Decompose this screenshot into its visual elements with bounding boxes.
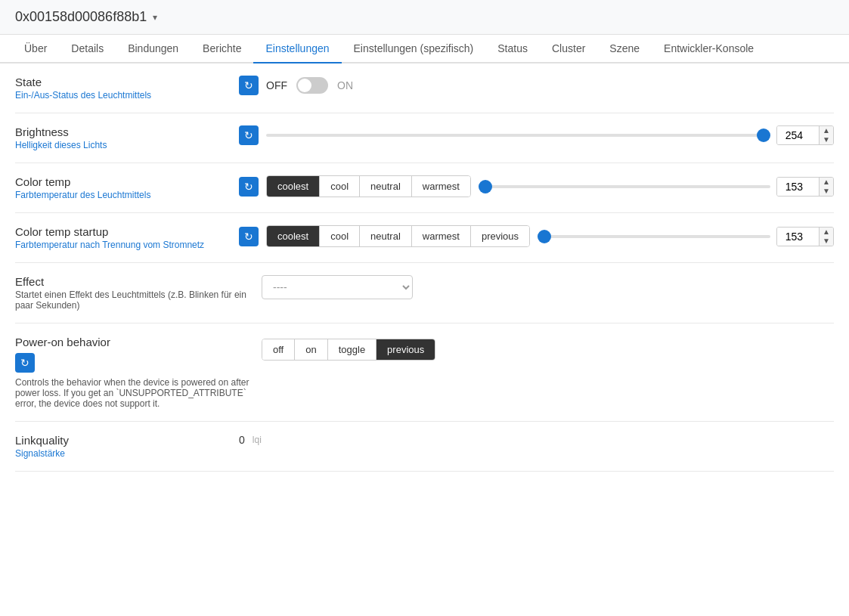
tab-bar: ÜberDetailsBindungenBerichteEinstellunge… bbox=[0, 35, 849, 63]
state-toggle[interactable] bbox=[296, 77, 328, 94]
power-on-behavior-label: Power-on behavior bbox=[15, 336, 249, 348]
linkquality-setting: Linkquality Signalstärke 0 lqi bbox=[15, 422, 834, 472]
power-on-refresh-button[interactable]: ↻ bbox=[15, 353, 35, 373]
color-temp-coolest-btn[interactable]: coolest bbox=[267, 176, 320, 197]
brightness-desc: Helligkeit dieses Lichts bbox=[15, 140, 227, 150]
power-on-on-btn[interactable]: on bbox=[295, 339, 327, 360]
state-refresh-button[interactable]: ↻ bbox=[239, 76, 259, 95]
state-setting: State Ein-/Aus-Status des Leuchtmittels … bbox=[15, 63, 834, 113]
color-temp-startup-previous-btn[interactable]: previous bbox=[471, 226, 529, 246]
tab--ber[interactable]: Über bbox=[12, 35, 59, 63]
linkquality-label: Linkquality bbox=[15, 434, 227, 447]
effect-setting: Effect Startet einen Effekt des Leuchtmi… bbox=[15, 263, 834, 323]
color-temp-startup-down-button[interactable]: ▼ bbox=[820, 237, 833, 246]
color-temp-setting: Color temp Farbtemperatur des Leuchtmitt… bbox=[15, 163, 834, 213]
color-temp-startup-coolest-btn[interactable]: coolest bbox=[267, 226, 320, 246]
color-temp-startup-label: Color temp startup bbox=[15, 225, 227, 238]
power-on-off-btn[interactable]: off bbox=[262, 339, 295, 360]
brightness-setting: Brightness Helligkeit dieses Lichts ↻ ▲ … bbox=[15, 113, 834, 163]
color-temp-startup-neutral-btn[interactable]: neutral bbox=[360, 226, 412, 246]
tab-einstellungen--spezifisch-[interactable]: Einstellungen (spezifisch) bbox=[342, 35, 486, 63]
power-on-behavior-desc: Controls the behavior when the device is… bbox=[15, 377, 249, 409]
color-temp-value-input[interactable] bbox=[777, 178, 819, 196]
linkquality-unit: lqi bbox=[253, 435, 262, 445]
color-temp-cool-btn[interactable]: cool bbox=[320, 176, 360, 197]
on-label: ON bbox=[337, 79, 353, 91]
color-temp-startup-desc: Farbtemperatur nach Trennung vom Stromne… bbox=[15, 240, 227, 250]
color-temp-refresh-button[interactable]: ↻ bbox=[239, 177, 259, 197]
effect-desc: Startet einen Effekt des Leuchtmittels (… bbox=[15, 289, 249, 311]
refresh-icon: ↻ bbox=[20, 357, 29, 369]
refresh-icon: ↻ bbox=[244, 231, 253, 243]
color-temp-up-button[interactable]: ▲ bbox=[820, 178, 833, 187]
power-on-toggle-btn[interactable]: toggle bbox=[328, 339, 376, 360]
tab-details[interactable]: Details bbox=[59, 35, 116, 63]
tab-bindungen[interactable]: Bindungen bbox=[116, 35, 191, 63]
tab-cluster[interactable]: Cluster bbox=[540, 35, 597, 63]
power-on-behavior-setting: Power-on behavior ↻ Controls the behavio… bbox=[15, 323, 834, 422]
color-temp-startup-btn-group: coolest cool neutral warmest previous bbox=[266, 225, 530, 247]
device-id: 0x00158d00086f88b1 bbox=[15, 9, 147, 25]
color-temp-startup-slider[interactable] bbox=[538, 235, 770, 238]
tab-berichte[interactable]: Berichte bbox=[191, 35, 253, 63]
chevron-down-icon[interactable]: ▾ bbox=[153, 12, 157, 23]
brightness-up-button[interactable]: ▲ bbox=[820, 126, 833, 135]
color-temp-label: Color temp bbox=[15, 175, 227, 188]
brightness-label: Brightness bbox=[15, 125, 227, 138]
color-temp-startup-warmest-btn[interactable]: warmest bbox=[412, 226, 471, 246]
settings-content: State Ein-/Aus-Status des Leuchtmittels … bbox=[0, 63, 849, 472]
color-temp-btn-group: coolest cool neutral warmest bbox=[266, 175, 471, 197]
refresh-icon: ↻ bbox=[244, 79, 253, 91]
brightness-value-input[interactable] bbox=[777, 126, 819, 144]
state-desc: Ein-/Aus-Status des Leuchtmittels bbox=[15, 90, 227, 101]
color-temp-slider[interactable] bbox=[479, 185, 770, 188]
tab-status[interactable]: Status bbox=[485, 35, 540, 63]
effect-select[interactable]: ---- bbox=[262, 275, 413, 299]
effect-label: Effect bbox=[15, 275, 249, 288]
color-temp-startup-setting: Color temp startup Farbtemperatur nach T… bbox=[15, 213, 834, 263]
linkquality-desc: Signalstärke bbox=[15, 448, 227, 459]
linkquality-value: 0 bbox=[239, 434, 245, 446]
brightness-slider[interactable] bbox=[266, 134, 770, 137]
color-temp-startup-up-button[interactable]: ▲ bbox=[820, 228, 833, 237]
color-temp-down-button[interactable]: ▼ bbox=[820, 187, 833, 196]
power-on-previous-btn[interactable]: previous bbox=[376, 339, 435, 360]
color-temp-warmest-btn[interactable]: warmest bbox=[412, 176, 470, 197]
color-temp-startup-value-input[interactable] bbox=[777, 228, 819, 246]
off-label: OFF bbox=[266, 79, 287, 91]
power-on-btn-group: off on toggle previous bbox=[262, 339, 435, 361]
state-label: State bbox=[15, 76, 227, 88]
color-temp-neutral-btn[interactable]: neutral bbox=[360, 176, 412, 197]
brightness-down-button[interactable]: ▼ bbox=[820, 135, 833, 144]
color-temp-startup-refresh-button[interactable]: ↻ bbox=[239, 227, 259, 246]
color-temp-startup-cool-btn[interactable]: cool bbox=[320, 226, 360, 246]
brightness-refresh-button[interactable]: ↻ bbox=[239, 125, 259, 145]
tab-einstellungen[interactable]: Einstellungen bbox=[253, 35, 341, 63]
tab-entwickler-konsole[interactable]: Entwickler-Konsole bbox=[652, 35, 766, 63]
tab-szene[interactable]: Szene bbox=[597, 35, 652, 63]
refresh-icon: ↻ bbox=[244, 181, 253, 193]
refresh-icon: ↻ bbox=[244, 129, 253, 141]
color-temp-desc: Farbtemperatur des Leuchtmittels bbox=[15, 190, 227, 200]
